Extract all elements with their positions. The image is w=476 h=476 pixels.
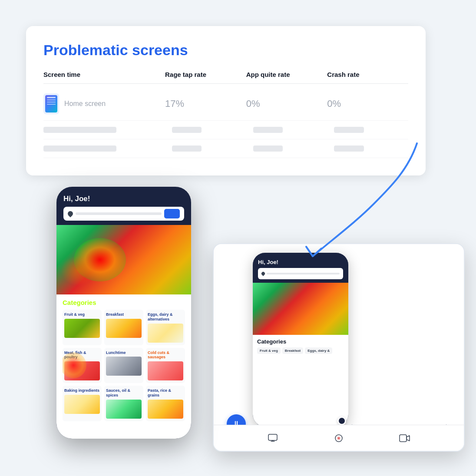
cat-label: Lunchtime <box>106 350 142 355</box>
col-app-quit: App quite rate <box>246 71 327 78</box>
category-meat[interactable]: Meat, fish & poultry <box>63 348 102 383</box>
skeleton-row-2 <box>43 139 408 158</box>
col-rage-tap: Rage tap rate <box>165 71 246 78</box>
tablet-cat-chips: Fruit & veg Breakfast Eggs, dairy & <box>257 347 344 354</box>
skeleton <box>253 145 283 152</box>
svg-rect-0 <box>268 434 277 440</box>
app-quit-value: 0% <box>246 98 327 109</box>
col-screen-time: Screen time <box>43 71 165 78</box>
col-crash-rate: Crash rate <box>327 71 408 78</box>
sessions-icon <box>266 432 280 444</box>
svg-point-3 <box>338 437 340 439</box>
tablet-phone-header: Hi, Joe! <box>253 253 348 283</box>
cat-chip-2[interactable]: Breakfast <box>282 347 303 354</box>
phone-search-bar[interactable] <box>63 207 184 221</box>
heatmap-icon <box>332 432 346 444</box>
card-title: Problematic screens <box>43 42 408 59</box>
category-eggs[interactable]: Eggs, dairy & alternatives <box>146 310 185 345</box>
cat-label: Breakfast <box>106 312 142 317</box>
crash-rate-value: 0% <box>327 98 408 109</box>
cat-label: Cold cuts & sausages <box>148 350 183 360</box>
phone-mockup-heatmap: Hi, Joe! Categories Fruit & veg <box>56 187 191 439</box>
progress-thumb[interactable] <box>337 416 346 425</box>
category-sauces[interactable]: Sauces, oil & spices <box>104 386 143 421</box>
phone-header: Hi, Joe! <box>56 187 191 225</box>
cat-label: Pasta, rice & grains <box>148 388 183 398</box>
cat-image <box>148 361 183 380</box>
phone-screen: Hi, Joe! Categories Fruit & veg <box>56 187 191 439</box>
tablet-search-line <box>267 273 340 274</box>
rage-tap-value: 17% <box>165 98 246 109</box>
category-lunch[interactable]: Lunchtime <box>104 348 143 383</box>
heat-spot-category <box>63 352 86 378</box>
skeleton <box>253 127 283 133</box>
tablet-screen: Hi, Joe! Categories Fruit & veg Breakfas… <box>214 244 464 451</box>
screen-icon <box>43 93 59 114</box>
phone-categories: Categories Fruit & veg Breakfast Eggs, d… <box>56 294 191 421</box>
cat-image <box>106 319 142 338</box>
cat-label: Fruit & veg <box>64 312 100 317</box>
skeleton <box>334 127 364 133</box>
recordings-icon <box>398 432 412 444</box>
tab-bar <box>214 425 464 451</box>
tab-sessions[interactable] <box>266 432 280 444</box>
tab-heatmaps[interactable] <box>332 432 346 444</box>
cat-label: Eggs, dairy & alternatives <box>148 312 183 322</box>
skeleton <box>43 127 116 133</box>
svg-rect-4 <box>400 435 407 442</box>
tab-recordings[interactable] <box>398 432 412 444</box>
hero-image <box>56 225 191 294</box>
cat-image <box>148 400 183 419</box>
tablet-categories: Categories Fruit & veg Breakfast Eggs, d… <box>253 335 348 354</box>
screen-cell: Home screen <box>43 93 165 114</box>
cat-chip-3[interactable]: Eggs, dairy & <box>305 347 332 354</box>
tablet-hero-image <box>253 283 348 335</box>
skeleton <box>172 127 202 133</box>
cat-label: Sauces, oil & spices <box>106 388 142 398</box>
tablet-pin-icon <box>261 271 265 276</box>
categories-grid: Fruit & veg Breakfast Eggs, dairy & alte… <box>63 310 185 421</box>
table-header: Screen time Rage tap rate App quite rate… <box>43 71 408 84</box>
cat-image <box>148 324 183 343</box>
screen-name: Home screen <box>64 100 106 108</box>
cat-chip-1[interactable]: Fruit & veg <box>257 347 281 354</box>
location-pin-icon <box>67 210 74 218</box>
replay-phone-screen: Hi, Joe! Categories Fruit & veg Breakfas… <box>253 253 348 426</box>
phone-greeting: Hi, Joe! <box>63 195 184 203</box>
tablet-mockup-replay: Hi, Joe! Categories Fruit & veg Breakfas… <box>213 243 465 452</box>
replay-phone: Hi, Joe! Categories Fruit & veg Breakfas… <box>253 253 348 426</box>
skeleton <box>43 145 116 152</box>
skeleton <box>172 145 202 152</box>
analytics-card: Problematic screens Screen time Rage tap… <box>26 26 426 175</box>
category-fruit-veg[interactable]: Fruit & veg <box>63 310 102 345</box>
cat-image <box>64 395 100 414</box>
search-button[interactable] <box>164 209 180 218</box>
tablet-cat-title: Categories <box>257 338 344 345</box>
search-line <box>76 212 162 215</box>
category-breakfast[interactable]: Breakfast <box>104 310 143 345</box>
cat-image <box>106 357 142 376</box>
category-cold-cuts[interactable]: Cold cuts & sausages <box>146 348 185 383</box>
table-row[interactable]: Home screen 17% 0% 0% <box>43 87 408 121</box>
skeleton-row-1 <box>43 121 408 139</box>
cat-label: Baking ingredients <box>64 388 100 393</box>
category-pasta[interactable]: Pasta, rice & grains <box>146 386 185 421</box>
heat-spot-orange <box>61 255 96 286</box>
category-baking[interactable]: Baking ingredients <box>63 386 102 421</box>
tablet-search-bar[interactable] <box>258 268 343 279</box>
categories-title: Categories <box>63 299 185 306</box>
tablet-greeting: Hi, Joe! <box>258 259 343 265</box>
cat-image <box>64 319 100 338</box>
skeleton <box>334 145 364 152</box>
heatmap-overlay <box>56 225 191 294</box>
cat-image <box>106 400 142 419</box>
